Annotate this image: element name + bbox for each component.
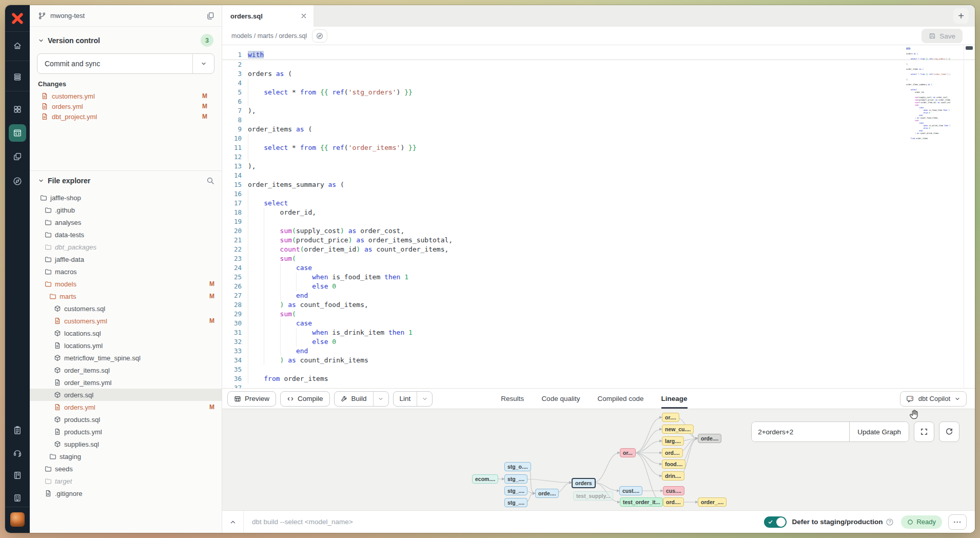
code-line[interactable]: 16	[222, 189, 975, 199]
tree-item-order-items-sql[interactable]: order_items.sql	[30, 364, 222, 376]
dbt-logo-icon[interactable]	[10, 11, 25, 26]
code-line[interactable]: 32else 0	[222, 337, 975, 347]
version-control-header[interactable]: Version control 3	[37, 32, 214, 49]
code-line[interactable]: 37	[222, 383, 975, 388]
branch-name[interactable]: mwong-test	[50, 12, 85, 20]
code-line[interactable]: 17select	[222, 199, 975, 208]
rail-item-explore[interactable]	[9, 172, 26, 190]
rail-item-ide[interactable]	[9, 124, 26, 142]
code-line[interactable]: 20sum(supply_cost) as order_cost,	[222, 226, 975, 236]
tree-item-customers-yml[interactable]: customers.yml M	[30, 315, 222, 327]
fullscreen-button[interactable]	[914, 421, 934, 442]
tab-results[interactable]: Results	[501, 389, 524, 409]
code-line[interactable]: 35	[222, 365, 975, 374]
code-line[interactable]: 10	[222, 134, 975, 143]
tree-item--gitignore[interactable]: .gitignore	[30, 487, 222, 499]
code-line[interactable]: 24case	[222, 263, 975, 273]
tree-item-analyses[interactable]: analyses	[30, 216, 222, 228]
lineage-node-y_drin[interactable]: drin....	[662, 471, 684, 481]
code-line[interactable]: 34) as count_drink_items	[222, 356, 975, 365]
lineage-node-cust[interactable]: cust....	[619, 486, 642, 495]
copy-docs-icon[interactable]	[206, 12, 214, 20]
code-line[interactable]: 30case	[222, 319, 975, 328]
code-line[interactable]: 13),	[222, 162, 975, 171]
tree-item-orders-yml[interactable]: orders.yml M	[30, 401, 222, 413]
code-line[interactable]: 23sum(	[222, 254, 975, 263]
defer-toggle[interactable]	[764, 516, 787, 528]
user-avatar[interactable]	[10, 512, 25, 527]
code-line[interactable]: 36from order_items	[222, 374, 975, 383]
dbt-copilot-button[interactable]: dbt Copilot	[900, 391, 967, 407]
lineage-node-orders[interactable]: orders	[572, 478, 596, 488]
tree-item-data-tests[interactable]: data-tests	[30, 228, 222, 241]
rail-item-tasks[interactable]	[9, 421, 26, 439]
lint-dropdown[interactable]	[417, 392, 432, 406]
build-button[interactable]: Build	[334, 391, 389, 407]
tree-item-staging[interactable]: staging	[30, 450, 222, 463]
lineage-node-test_supply[interactable]: test_supply...	[573, 491, 613, 501]
rail-item-organization[interactable]	[9, 489, 26, 507]
lineage-node-y_ord[interactable]: ord....	[662, 448, 683, 457]
scrollbar-thumb[interactable]	[966, 46, 973, 50]
rail-item-docs[interactable]	[9, 467, 26, 484]
code-line[interactable]: 15order_items_summary as (	[222, 180, 975, 189]
rail-item-orchestration[interactable]	[9, 148, 26, 165]
tree-item-customers-sql[interactable]: customers.sql	[30, 302, 222, 315]
lint-button[interactable]: Lint	[393, 391, 433, 407]
tree-item-dbt-packages[interactable]: dbt_packages	[30, 241, 222, 253]
compile-button[interactable]: Compile	[280, 391, 330, 407]
code-line[interactable]: 18order_id,	[222, 208, 975, 217]
tree-item-marts[interactable]: marts M	[30, 290, 222, 302]
code-line[interactable]: 28) as count_food_items,	[222, 300, 975, 310]
tree-item-macros[interactable]: macros	[30, 265, 222, 278]
code-line[interactable]: 6	[222, 97, 975, 106]
build-dropdown[interactable]	[373, 392, 388, 406]
code-line[interactable]: 14	[222, 171, 975, 180]
help-icon[interactable]	[886, 518, 894, 526]
tree-item-products-yml[interactable]: products.yml	[30, 426, 222, 438]
code-line[interactable]: 11select * from {{ ref('order_items') }}	[222, 143, 975, 152]
update-graph-button[interactable]: Update Graph	[849, 422, 909, 441]
code-line[interactable]: 33end	[222, 347, 975, 356]
code-line[interactable]: 7),	[222, 106, 975, 116]
lineage-node-stg_a[interactable]: stg_....	[504, 474, 527, 484]
code-line[interactable]: 21sum(product_price) as order_items_subt…	[222, 236, 975, 245]
code-line[interactable]: 26else 0	[222, 282, 975, 291]
minimap[interactable]: with orders as ( select * from {{ ref('s…	[906, 47, 950, 142]
lineage-node-y_order3[interactable]: order_....	[698, 497, 727, 507]
tree-item-supplies-sql[interactable]: supplies.sql	[30, 438, 222, 450]
code-line[interactable]: 29sum(	[222, 310, 975, 319]
new-tab-button[interactable]: +	[953, 8, 969, 24]
lineage-node-y_larg[interactable]: larg....	[662, 436, 684, 446]
close-icon[interactable]	[300, 12, 307, 20]
changed-file-row[interactable]: orders.yml M	[37, 101, 214, 111]
rail-item-support[interactable]	[9, 444, 26, 462]
tab-compiled-code[interactable]: Compiled code	[597, 389, 643, 409]
tab-orders-sql[interactable]: orders.sql	[222, 5, 313, 27]
tree-item-products-sql[interactable]: products.sql	[30, 413, 222, 426]
lineage-node-test_oi[interactable]: test_order_it...	[620, 497, 663, 507]
code-line[interactable]: 4	[222, 79, 975, 88]
lineage-node-orde1[interactable]: orde....	[535, 489, 559, 498]
command-input[interactable]	[244, 518, 764, 526]
commit-and-sync-button[interactable]: Commit and sync	[37, 53, 214, 74]
tree-item-models[interactable]: models M	[30, 278, 222, 290]
tree-item-orders-sql[interactable]: orders.sql	[30, 389, 222, 401]
lineage-node-y_newcu[interactable]: new_cu....	[662, 425, 694, 434]
save-button[interactable]: Save	[922, 29, 963, 43]
code-line[interactable]: 3orders as (	[222, 69, 975, 79]
rail-item-dashboard[interactable]	[9, 101, 26, 118]
tab-code-quality[interactable]: Code quality	[541, 389, 580, 409]
tab-lineage[interactable]: Lineage	[661, 389, 688, 409]
scrollbar[interactable]	[964, 45, 975, 388]
commit-options-dropdown[interactable]	[192, 54, 214, 73]
lineage-selector-input[interactable]	[752, 422, 849, 441]
lineage-node-y_food[interactable]: food....	[662, 459, 685, 469]
lineage-node-stg_b[interactable]: stg_....	[504, 486, 527, 495]
lineage-node-y_ord2[interactable]: ord....	[663, 497, 684, 507]
tree-item-jaffle-data[interactable]: jaffle-data	[30, 253, 222, 265]
lineage-compass-button[interactable]	[312, 29, 327, 43]
rail-item-environments[interactable]	[9, 68, 26, 86]
code-line[interactable]: 5select * from {{ ref('stg_orders') }}	[222, 88, 975, 97]
code-line[interactable]: 27end	[222, 291, 975, 300]
